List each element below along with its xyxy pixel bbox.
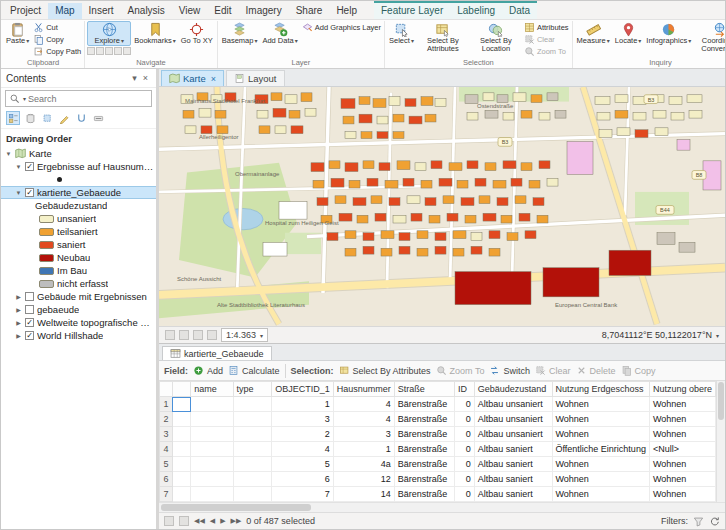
table-row[interactable]: 7714Bärenstraße0Altbau saniertWohnenWohn… <box>160 487 716 502</box>
table-cell[interactable]: 4 <box>333 397 394 412</box>
row-number[interactable]: 2 <box>160 412 173 427</box>
add-field-button[interactable]: Add <box>193 365 223 376</box>
layer-item-topографische-karte[interactable]: ▶ ✓ Weltweite topografische Karte <box>1 316 156 329</box>
table-cell[interactable] <box>233 457 272 472</box>
row-number[interactable]: 1 <box>160 397 173 412</box>
select-tool-icon[interactable] <box>165 330 175 340</box>
vertical-scrollbar[interactable] <box>716 381 725 502</box>
table-cell[interactable]: Bärenstraße <box>394 412 454 427</box>
tab-insert[interactable]: Insert <box>82 3 121 19</box>
identify-tool-icon[interactable] <box>193 330 203 340</box>
table-cell[interactable]: 0 <box>454 457 474 472</box>
table-cell[interactable]: 1 <box>272 397 334 412</box>
layer-checkbox-checked[interactable]: ✓ <box>25 331 34 340</box>
row-number[interactable]: 4 <box>160 442 173 457</box>
tab-data[interactable]: Data <box>502 3 537 19</box>
list-by-data-source-icon[interactable] <box>23 111 37 125</box>
layer-item-world-hillshade[interactable]: ▶ ✓ World Hillshade <box>1 329 156 342</box>
filter-funnel-icon[interactable] <box>693 516 704 527</box>
table-cell[interactable]: 4 <box>333 412 394 427</box>
table-zoom-to-button[interactable]: Zoom To <box>436 365 485 376</box>
table-view-icon[interactable] <box>164 516 174 526</box>
table-cell[interactable] <box>191 412 233 427</box>
search-input[interactable] <box>28 94 148 104</box>
table-cell[interactable]: Bärenstraße <box>394 457 454 472</box>
table-delete-button[interactable]: Delete <box>576 365 616 376</box>
table-row[interactable]: 234Bärenstraße0Altbau unsaniertWohnenWoh… <box>160 412 716 427</box>
table-cell[interactable]: 0 <box>454 397 474 412</box>
column-header[interactable]: Nutzung obere <box>649 382 715 397</box>
layer-item-ergebnisse[interactable]: ▼ ✓ Ergebnisse auf Hausnummer <box>1 160 156 173</box>
row-number[interactable]: 5 <box>160 457 173 472</box>
column-header[interactable]: type <box>233 382 272 397</box>
table-cell[interactable] <box>172 397 190 412</box>
panel-close-icon[interactable]: × <box>140 73 151 83</box>
dropdown-caret-icon[interactable]: ▾ <box>716 332 719 339</box>
table-row[interactable]: 114Bärenstraße0Altbau unsaniertWohnenWoh… <box>160 397 716 412</box>
table-cell[interactable]: 0 <box>454 487 474 502</box>
table-cell[interactable] <box>233 397 272 412</box>
table-cell[interactable] <box>233 487 272 502</box>
table-cell[interactable]: Bärenstraße <box>394 472 454 487</box>
table-cell[interactable]: 12 <box>333 472 394 487</box>
copy-path-button[interactable]: Copy Path <box>32 45 82 57</box>
table-cell[interactable]: 0 <box>454 442 474 457</box>
table-cell[interactable]: Wohnen <box>552 412 649 427</box>
horizontal-scrollbar[interactable] <box>159 502 725 512</box>
search-scope-caret-icon[interactable]: ▾ <box>23 95 26 102</box>
table-cell[interactable]: 4a <box>333 457 394 472</box>
table-cell[interactable] <box>233 442 272 457</box>
collapse-icon[interactable]: ▼ <box>15 190 22 196</box>
table-cell[interactable]: Wohnen <box>649 487 715 502</box>
table-cell[interactable] <box>233 412 272 427</box>
table-cell[interactable] <box>191 427 233 442</box>
attributes-button[interactable]: Attributes <box>523 21 570 33</box>
attribute-table-tab[interactable]: kartierte_Gebaeude <box>162 346 272 360</box>
expand-icon[interactable]: ▶ <box>15 306 22 313</box>
panel-menu-icon[interactable]: ▾ <box>129 73 140 83</box>
row-number[interactable]: 6 <box>160 472 173 487</box>
list-by-editing-icon[interactable] <box>57 111 71 125</box>
table-row[interactable]: 6612Bärenstraße0Altbau saniertWohnenWohn… <box>160 472 716 487</box>
table-cell[interactable]: Wohnen <box>649 457 715 472</box>
view-tab-layout[interactable]: Layout <box>226 70 285 86</box>
table-select-by-attributes-button[interactable]: Select By Attributes <box>339 365 431 376</box>
table-cell[interactable] <box>191 487 233 502</box>
tab-help[interactable]: Help <box>329 3 364 19</box>
column-header[interactable]: Hausnummer <box>333 382 394 397</box>
layer-checkbox-unchecked[interactable] <box>25 305 34 314</box>
table-cell[interactable]: Altbau unsaniert <box>474 397 552 412</box>
select-by-location-button[interactable]: Select By Location <box>470 21 522 55</box>
next-record-icon[interactable]: ▶ <box>220 517 225 525</box>
map-view[interactable]: B3B8B44B3 Mainhaus Stadthotel FrankfurtA… <box>159 87 725 326</box>
table-cell[interactable]: Öffentliche Einrichtung <box>552 442 649 457</box>
collapse-icon[interactable]: ▼ <box>15 164 22 170</box>
layer-item-gebaeude-mit-ergebnissen[interactable]: ▶ Gebäude mit Ergebnissen <box>1 290 156 303</box>
measure-button[interactable]: Measure▾ <box>575 21 612 46</box>
next-extent-icon[interactable] <box>123 47 131 55</box>
bookmarks-button[interactable]: Bookmarks▾ <box>132 21 178 46</box>
table-copy-button[interactable]: Copy <box>621 365 656 376</box>
tab-project[interactable]: Project <box>3 3 48 19</box>
table-row[interactable]: 554aBärenstraße0Altbau saniertWohnenWohn… <box>160 457 716 472</box>
tab-feature-layer[interactable]: Feature Layer <box>374 3 450 19</box>
full-extent-icon[interactable] <box>87 47 95 55</box>
map-canvas[interactable]: B3B8B44B3 Mainhaus Stadthotel FrankfurtA… <box>159 87 725 326</box>
table-cell[interactable]: <Null> <box>649 442 715 457</box>
column-header[interactable]: name <box>191 382 233 397</box>
layer-item-gebaeude[interactable]: ▶ gebaeude <box>1 303 156 316</box>
tab-analysis[interactable]: Analysis <box>121 3 172 19</box>
clear-selection-button[interactable]: Clear <box>523 33 570 45</box>
table-cell[interactable] <box>172 472 190 487</box>
table-cell[interactable]: Bärenstraße <box>394 487 454 502</box>
table-cell[interactable]: Wohnen <box>649 397 715 412</box>
table-row[interactable]: 323Bärenstraße0Altbau unsaniertWohnenWoh… <box>160 427 716 442</box>
table-cell[interactable]: 0 <box>454 472 474 487</box>
table-cell[interactable]: Altbau saniert <box>474 472 552 487</box>
calculate-field-button[interactable]: Calculate <box>228 365 280 376</box>
list-by-drawing-order-icon[interactable] <box>6 111 20 125</box>
infographics-button[interactable]: Infographics▾ <box>644 21 693 46</box>
scrollbar-thumb[interactable] <box>161 504 311 511</box>
table-cell[interactable]: Altbau saniert <box>474 442 552 457</box>
table-clear-button[interactable]: Clear <box>535 365 571 376</box>
